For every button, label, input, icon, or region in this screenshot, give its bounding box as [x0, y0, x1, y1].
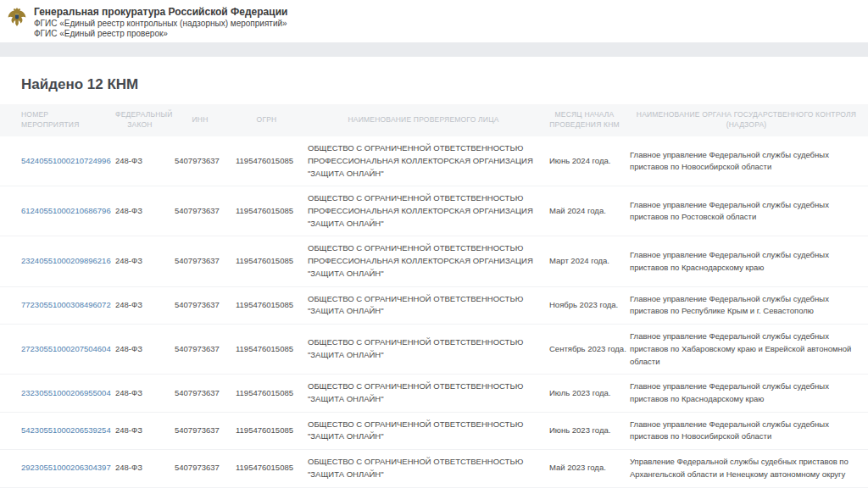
start-month-cell: Июль 2023 года.	[544, 375, 625, 412]
ogrn-cell: 1195476015085	[231, 286, 303, 324]
column-header-start-month: Месяц начала проведения КНМ	[544, 104, 625, 136]
start-month-cell: Май 2024 года.	[544, 186, 625, 236]
control-authority-cell: Главное управление Федеральной службы су…	[625, 136, 868, 186]
federal-law-cell: 248-ФЗ	[110, 286, 170, 324]
event-number-cell: 23230551000206955004	[0, 375, 110, 412]
inn-cell: 5407973637	[170, 412, 231, 449]
control-authority-cell: Главное управление Федеральной службы су…	[625, 325, 868, 375]
inn-cell: 5407973637	[170, 236, 231, 286]
ogrn-cell: 1195476015085	[231, 412, 303, 449]
table-row: 27230551000207504604 248-ФЗ 5407973637 1…	[0, 325, 868, 375]
results-table: Номер мероприятия Федеральный закон ИНН …	[0, 104, 868, 494]
table-row: 02230551000205710072 248-ФЗ 5407973637 1…	[0, 487, 868, 494]
table-row: 54240551000210724996 248-ФЗ 5407973637 1…	[0, 136, 868, 186]
event-number-cell: 77230551000308496072	[0, 286, 110, 324]
column-header-federal-law: Федеральный закон	[110, 104, 170, 136]
results-count-title: Найдено 12 КНМ	[21, 76, 868, 93]
federal-law-cell: 248-ФЗ	[110, 186, 170, 236]
column-header-event-number: Номер мероприятия	[0, 104, 110, 136]
table-row: 29230551000206304397 248-ФЗ 5407973637 1…	[0, 450, 868, 487]
event-number-cell: 54230551000206539254	[0, 412, 110, 449]
results-table-header: Номер мероприятия Федеральный закон ИНН …	[0, 104, 868, 136]
federal-law-cell: 248-ФЗ	[110, 236, 170, 286]
results-page: Найдено 12 КНМ Номер мероприятия Федерал…	[0, 76, 868, 494]
control-authority-cell: Управление Федеральной службы судебных п…	[625, 450, 868, 487]
results-table-body: 54240551000210724996 248-ФЗ 5407973637 1…	[0, 136, 868, 494]
event-number-link[interactable]: 23230551000206955004	[21, 388, 111, 397]
system-registry-line-2: ФГИС «Единый реестр проверок»	[34, 29, 287, 39]
control-authority-cell: Главное управление Федеральной службы су…	[625, 286, 868, 324]
ogrn-cell: 1195476015085	[231, 136, 303, 186]
event-number-link[interactable]: 23240551000209896216	[21, 256, 111, 265]
column-header-inspected-entity: Наименование проверяемого лица	[303, 104, 544, 136]
inn-cell: 5407973637	[170, 286, 231, 324]
event-number-link[interactable]: 27230551000207504604	[21, 344, 111, 353]
org-title: Генеральная прокуратура Российской Федер…	[34, 6, 287, 19]
system-registry-line-1: ФГИС «Единый реестр контрольных (надзорн…	[34, 19, 287, 29]
event-number-link[interactable]: 61240551000210686796	[21, 206, 111, 215]
ogrn-cell: 1195476015085	[231, 375, 303, 412]
inspected-entity-cell: ОБЩЕСТВО С ОГРАНИЧЕННОЙ ОТВЕТСТВЕННОСТЬЮ…	[303, 286, 544, 324]
control-authority-cell: Главное управление Федеральной службы су…	[625, 236, 868, 286]
event-number-cell: 27230551000207504604	[0, 325, 110, 375]
ogrn-cell: 1195476015085	[231, 325, 303, 375]
start-month-cell: Апрель 2023 года.	[544, 487, 625, 494]
event-number-link[interactable]: 54230551000206539254	[21, 425, 111, 435]
table-row: 23230551000206955004 248-ФЗ 5407973637 1…	[0, 375, 868, 412]
inspected-entity-cell: ОБЩЕСТВО С ОГРАНИЧЕННОЙ ОТВЕТСТВЕННОСТЬЮ…	[303, 412, 544, 449]
column-header-control-authority: Наименование органа государственного кон…	[625, 104, 868, 136]
event-number-link[interactable]: 29230551000206304397	[21, 463, 111, 472]
federal-law-cell: 248-ФЗ	[110, 136, 170, 186]
event-number-link[interactable]: 54240551000210724996	[21, 156, 111, 165]
start-month-cell: Ноябрь 2023 года.	[544, 286, 625, 324]
inspected-entity-cell: ОБЩЕСТВО С ОГРАНИЧЕННОЙ ОТВЕТСТВЕННОСТЬЮ…	[303, 186, 544, 236]
start-month-cell: Июнь 2024 года.	[544, 136, 625, 186]
prosecutor-eagle-emblem-icon	[7, 7, 27, 29]
inn-cell: 5407973637	[170, 450, 231, 487]
inspected-entity-cell: ОБЩЕСТВО С ОГРАНИЧЕННОЙ ОТВЕТСТВЕННОСТЬЮ…	[303, 236, 544, 286]
federal-law-cell: 248-ФЗ	[110, 450, 170, 487]
table-row: 54230551000206539254 248-ФЗ 5407973637 1…	[0, 412, 868, 449]
inn-cell: 5407973637	[170, 325, 231, 375]
ogrn-cell: 1195476015085	[231, 487, 303, 494]
site-header: Генеральная прокуратура Российской Федер…	[0, 0, 868, 42]
header-divider-band	[0, 42, 868, 57]
event-number-cell: 54240551000210724996	[0, 136, 110, 186]
event-number-cell: 23240551000209896216	[0, 236, 110, 286]
event-number-cell: 61240551000210686796	[0, 186, 110, 236]
inn-cell: 5407973637	[170, 487, 231, 494]
start-month-cell: Июнь 2023 года.	[544, 412, 625, 449]
federal-law-cell: 248-ФЗ	[110, 487, 170, 494]
inspected-entity-cell: ОБЩЕСТВО С ОГРАНИЧЕННОЙ ОТВЕТСТВЕННОСТЬЮ…	[303, 487, 544, 494]
inspected-entity-cell: ОБЩЕСТВО С ОГРАНИЧЕННОЙ ОТВЕТСТВЕННОСТЬЮ…	[303, 375, 544, 412]
start-month-cell: Март 2024 года.	[544, 236, 625, 286]
control-authority-cell: Главное управление Федеральной службы су…	[625, 487, 868, 494]
event-number-cell: 29230551000206304397	[0, 450, 110, 487]
event-number-cell: 02230551000205710072	[0, 487, 110, 494]
control-authority-cell: Главное управление Федеральной службы су…	[625, 412, 868, 449]
federal-law-cell: 248-ФЗ	[110, 375, 170, 412]
ogrn-cell: 1195476015085	[231, 186, 303, 236]
event-number-link[interactable]: 77230551000308496072	[21, 300, 111, 309]
start-month-cell: Сентябрь 2023 года.	[544, 325, 625, 375]
federal-law-cell: 248-ФЗ	[110, 325, 170, 375]
control-authority-cell: Главное управление Федеральной службы су…	[625, 375, 868, 412]
inn-cell: 5407973637	[170, 375, 231, 412]
start-month-cell: Май 2023 года.	[544, 450, 625, 487]
ogrn-cell: 1195476015085	[231, 450, 303, 487]
inspected-entity-cell: ОБЩЕСТВО С ОГРАНИЧЕННОЙ ОТВЕТСТВЕННОСТЬЮ…	[303, 450, 544, 487]
federal-law-cell: 248-ФЗ	[110, 412, 170, 449]
inspected-entity-cell: ОБЩЕСТВО С ОГРАНИЧЕННОЙ ОТВЕТСТВЕННОСТЬЮ…	[303, 136, 544, 186]
inn-cell: 5407973637	[170, 186, 231, 236]
inn-cell: 5407973637	[170, 136, 231, 186]
table-row: 61240551000210686796 248-ФЗ 5407973637 1…	[0, 186, 868, 236]
column-header-ogrn: ОГРН	[231, 104, 303, 136]
ogrn-cell: 1195476015085	[231, 236, 303, 286]
inspected-entity-cell: ОБЩЕСТВО С ОГРАНИЧЕННОЙ ОТВЕТСТВЕННОСТЬЮ…	[303, 325, 544, 375]
table-row: 77230551000308496072 248-ФЗ 5407973637 1…	[0, 286, 868, 324]
column-header-inn: ИНН	[170, 104, 231, 136]
table-row: 23240551000209896216 248-ФЗ 5407973637 1…	[0, 236, 868, 286]
control-authority-cell: Главное управление Федеральной службы су…	[625, 186, 868, 236]
